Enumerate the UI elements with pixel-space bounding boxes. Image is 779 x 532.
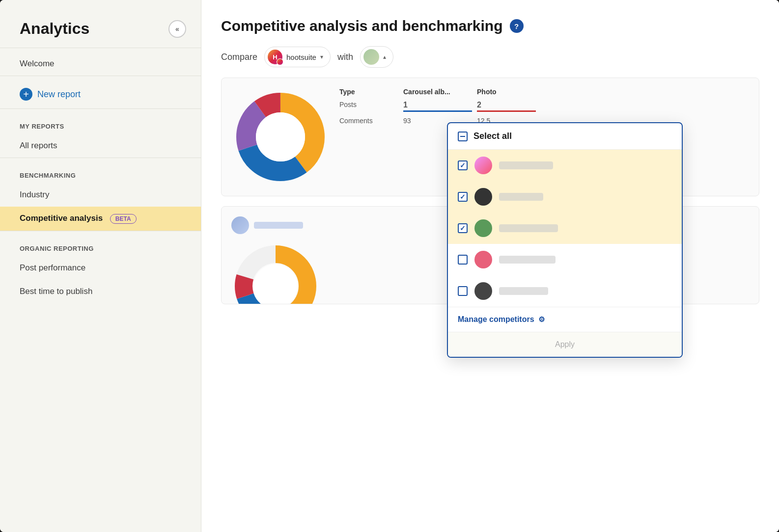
checkbox-5[interactable] <box>458 286 468 296</box>
select-all-row[interactable]: Select all <box>448 123 682 150</box>
item-avatar-3 <box>474 219 492 237</box>
collapse-button[interactable]: « <box>168 20 186 38</box>
divider-new-report <box>0 108 201 109</box>
dropdown-footer: Manage competitors ⚙ Apply <box>448 307 682 357</box>
page-title-row: Competitive analysis and benchmarking ? <box>201 18 779 46</box>
item-name-4 <box>499 256 556 264</box>
item-avatar-2 <box>474 188 492 206</box>
account-chip[interactable]: H hootsuite ▾ <box>264 47 331 67</box>
dropdown-item-3[interactable]: ✓ <box>448 213 682 244</box>
new-report-icon: + <box>20 88 32 101</box>
posts-label: Posts <box>339 101 398 112</box>
manage-competitors-button[interactable]: Manage competitors ⚙ <box>448 307 682 332</box>
second-card-avatar <box>231 216 249 234</box>
sidebar: Analytics « Welcome + New report MY REPO… <box>0 0 201 532</box>
sidebar-title: Analytics <box>20 20 89 38</box>
minus-icon <box>460 136 465 137</box>
item-avatar-1 <box>474 157 492 174</box>
select-all-checkbox[interactable] <box>458 132 468 141</box>
checkmark-1: ✓ <box>460 161 466 169</box>
section-label-benchmarking: BENCHMARKING <box>0 162 201 183</box>
divider-reports <box>0 158 201 158</box>
checkbox-2[interactable]: ✓ <box>458 192 468 202</box>
posts-val-2: 2 <box>477 101 536 112</box>
svg-point-10 <box>253 264 298 304</box>
competitor-chip[interactable]: ▴ <box>360 46 393 68</box>
second-card-label <box>254 222 303 229</box>
with-label: with <box>337 52 353 62</box>
donut-chart-1 <box>231 88 330 186</box>
select-all-label: Select all <box>473 131 512 141</box>
stats-header: Type Carousel alb... Photo <box>339 88 749 96</box>
page-title: Competitive analysis and benchmarking <box>221 18 503 34</box>
item-avatar-5 <box>474 282 492 300</box>
compare-bar: Compare H hootsuite ▾ with ▴ <box>201 46 779 78</box>
item-name-3 <box>499 224 558 232</box>
sidebar-item-all-reports[interactable]: All reports <box>0 134 201 158</box>
col2-label: Photo <box>477 88 536 96</box>
checkbox-4[interactable] <box>458 255 468 265</box>
chevron-up-icon: ▴ <box>383 53 386 60</box>
dropdown-item-5[interactable] <box>448 275 682 307</box>
apply-button[interactable]: Apply <box>448 332 682 357</box>
donut-chart-2 <box>231 242 320 304</box>
dropdown-item-2[interactable]: ✓ <box>448 181 682 213</box>
section-label-my-reports: MY REPORTS <box>0 113 201 134</box>
item-name-2 <box>499 193 543 201</box>
new-report-button[interactable]: + New report <box>0 80 201 108</box>
sidebar-item-welcome[interactable]: Welcome <box>0 52 201 76</box>
stats-posts-row: Posts 1 2 <box>339 101 749 112</box>
competitor-avatar <box>363 49 379 65</box>
divider-top <box>0 48 201 48</box>
dropdown-item-4[interactable] <box>448 244 682 275</box>
chevron-down-icon: ▾ <box>320 53 323 60</box>
posts-val-1: 1 <box>403 101 472 112</box>
account-avatar: H <box>268 50 282 64</box>
checkbox-1[interactable]: ✓ <box>458 160 468 170</box>
divider-welcome <box>0 76 201 76</box>
sidebar-header: Analytics « <box>0 20 201 48</box>
divider-benchmarking <box>0 231 201 231</box>
item-name-1 <box>499 161 553 169</box>
app-container: Analytics « Welcome + New report MY REPO… <box>0 0 779 532</box>
help-icon[interactable]: ? <box>510 19 524 33</box>
beta-badge: BETA <box>110 214 137 224</box>
checkbox-3[interactable]: ✓ <box>458 223 468 233</box>
checkmark-3: ✓ <box>460 224 466 232</box>
gear-icon: ⚙ <box>538 315 545 324</box>
type-label: Type <box>339 88 398 96</box>
item-avatar-4 <box>474 251 492 268</box>
competitor-dropdown: Select all ✓ ✓ <box>447 122 683 358</box>
checkmark-2: ✓ <box>460 193 466 201</box>
sidebar-item-competitive-analysis[interactable]: Competitive analysis BETA <box>0 207 201 231</box>
item-name-5 <box>499 287 548 295</box>
sidebar-item-post-performance[interactable]: Post performance <box>0 256 201 280</box>
svg-point-5 <box>256 112 305 161</box>
col1-label: Carousel alb... <box>403 88 472 96</box>
compare-label: Compare <box>221 52 257 62</box>
account-name: hootsuite <box>286 53 316 61</box>
dropdown-item-1[interactable]: ✓ <box>448 150 682 181</box>
main-content: Competitive analysis and benchmarking ? … <box>201 0 779 532</box>
section-label-organic: ORGANIC REPORTING <box>0 235 201 256</box>
sidebar-item-industry[interactable]: Industry <box>0 183 201 207</box>
sidebar-item-best-time[interactable]: Best time to publish <box>0 280 201 303</box>
manage-competitors-label: Manage competitors <box>458 315 534 324</box>
instagram-badge <box>277 58 283 65</box>
comments-label: Comments <box>339 117 398 125</box>
